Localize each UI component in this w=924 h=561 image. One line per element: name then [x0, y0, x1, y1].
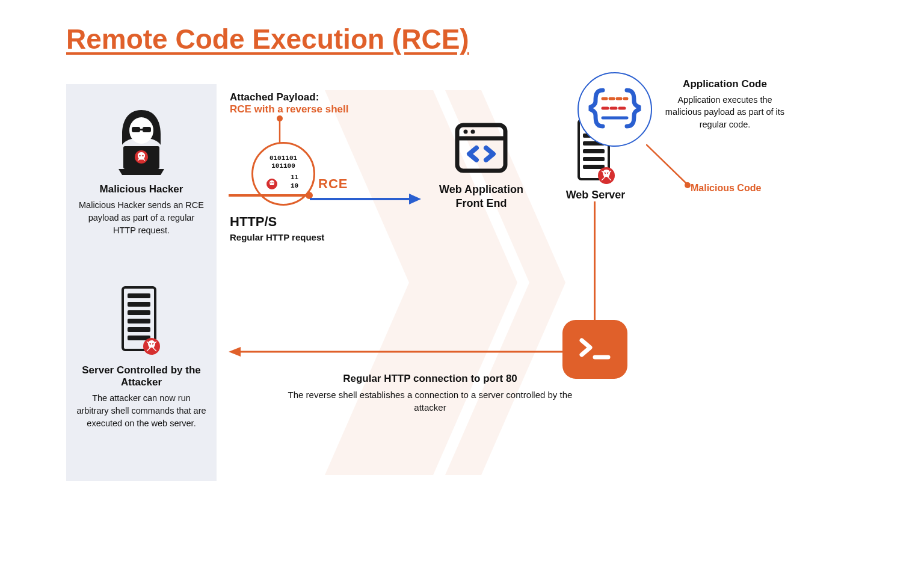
- webapp-title-line2: Front End: [456, 197, 507, 209]
- svg-point-29: [464, 130, 468, 134]
- hacker-icon: [105, 104, 177, 176]
- hacker-desc: Malicious Hacker sends an RCE payload as…: [76, 199, 207, 237]
- binary-text: 0101101: [270, 155, 297, 162]
- svg-rect-15: [128, 327, 150, 332]
- svg-rect-37: [583, 165, 605, 169]
- svg-marker-26: [409, 194, 421, 204]
- connector-dot-icon: [277, 115, 283, 121]
- hacker-block: Malicious Hacker Malicious Hacker sends …: [76, 99, 207, 237]
- attacker-server-icon: [114, 285, 168, 357]
- svg-rect-35: [583, 149, 605, 153]
- svg-point-23: [273, 182, 274, 183]
- return-text: Regular HTTP connection to port 80 The r…: [271, 373, 590, 414]
- attached-payload-label: Attached Payload: RCE with a reverse she…: [230, 91, 348, 115]
- http-sub: Regular HTTP request: [230, 232, 324, 242]
- appcode-text: Application Code Application executes th…: [662, 78, 788, 130]
- left-panel: Malicious Hacker Malicious Hacker sends …: [66, 84, 217, 481]
- appcode-desc: Application executes the malicious paylo…: [662, 94, 788, 130]
- malicious-code-label: Malicious Code: [691, 183, 761, 194]
- webserver-title: Web Server: [559, 189, 632, 201]
- appcode-circle: [578, 72, 652, 147]
- svg-line-44: [646, 144, 688, 185]
- svg-point-8: [139, 155, 141, 157]
- appcode-title: Application Code: [662, 78, 788, 90]
- return-title: Regular HTTP connection to port 80: [271, 373, 590, 385]
- svg-marker-47: [229, 347, 241, 357]
- binary-text: 11: [291, 174, 298, 182]
- http-arrow: [229, 190, 421, 208]
- attacker-server-desc: The attacker can now run arbitrary shell…: [76, 392, 207, 430]
- terminal-icon: [562, 320, 627, 379]
- code-brackets-icon: [579, 73, 651, 146]
- diagram-area: Attached Payload: RCE with a reverse she…: [217, 84, 854, 505]
- payload-label: Attached Payload:: [230, 91, 348, 103]
- svg-rect-12: [128, 302, 150, 307]
- hacker-title: Malicious Hacker: [76, 183, 207, 195]
- page-title: Remote Code Execution (RCE): [66, 23, 469, 55]
- vertical-connector: [594, 201, 596, 322]
- connector-dot-icon: [685, 182, 691, 188]
- svg-rect-14: [128, 319, 150, 323]
- browser-icon: [451, 118, 511, 178]
- payload-value: RCE with a reverse shell: [230, 103, 348, 115]
- svg-point-30: [471, 130, 475, 134]
- return-desc: The reverse shell establishes a connecti…: [271, 388, 590, 414]
- http-title: HTTP/S: [230, 214, 277, 230]
- svg-rect-1: [132, 127, 140, 132]
- binary-text: 101100: [271, 162, 295, 170]
- attacker-server-title: Server Controlled by the Attacker: [76, 364, 207, 388]
- return-arrow: [229, 346, 562, 358]
- svg-rect-11: [128, 293, 150, 298]
- svg-point-9: [142, 155, 144, 157]
- webapp-title-line1: Web Application: [439, 183, 523, 195]
- svg-rect-2: [143, 127, 151, 132]
- webapp-block: Web Application Front End: [433, 118, 529, 210]
- attacker-server-block: Server Controlled by the Attacker The at…: [76, 285, 207, 430]
- svg-rect-36: [583, 157, 605, 161]
- svg-rect-3: [140, 129, 143, 130]
- svg-point-22: [270, 182, 271, 183]
- svg-rect-13: [128, 310, 150, 315]
